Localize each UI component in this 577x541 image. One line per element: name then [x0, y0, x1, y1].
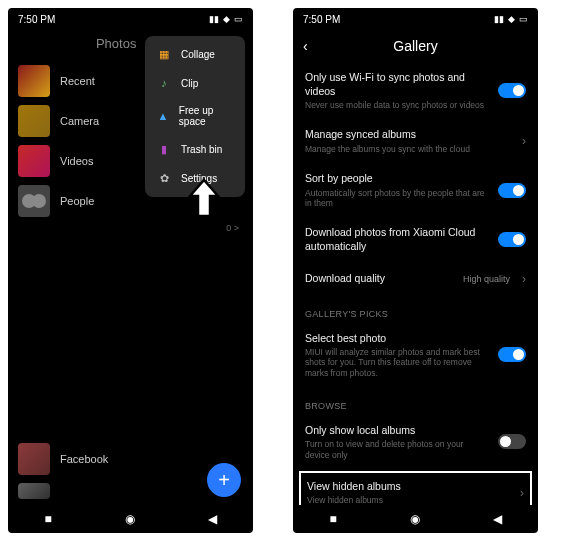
menu-clip[interactable]: ♪ Clip	[145, 69, 245, 97]
phone-gallery-settings: 7:50 PM ▮▮ ◆ ▭ ‹ Gallery Only use Wi-Fi …	[293, 8, 538, 533]
page-title: Gallery	[393, 38, 437, 54]
toggle-on[interactable]	[498, 232, 526, 247]
setting-label: View hidden albums	[307, 480, 512, 494]
battery-icon: ▭	[234, 14, 243, 24]
wifi-icon: ◆	[508, 14, 515, 24]
setting-local-only[interactable]: Only show local albums Turn on to view a…	[293, 415, 538, 469]
toggle-on[interactable]	[498, 183, 526, 198]
status-bar: 7:50 PM ▮▮ ◆ ▭	[293, 8, 538, 30]
thumb-people	[18, 185, 50, 217]
section-header-picks: GALLERY'S PICKS	[293, 295, 538, 323]
nav-recents-icon[interactable]: ■	[329, 512, 336, 526]
menu-collage[interactable]: ▦ Collage	[145, 40, 245, 69]
setting-sub: Never use mobile data to sync photos or …	[305, 100, 490, 110]
tab-photos[interactable]: Photos	[96, 36, 136, 51]
gear-icon: ✿	[157, 172, 171, 185]
status-icons: ▮▮ ◆ ▭	[494, 14, 528, 24]
setting-value: High quality	[463, 274, 510, 284]
status-time: 7:50 PM	[18, 14, 55, 25]
chevron-right-icon: ›	[522, 272, 526, 286]
nav-back-icon[interactable]: ◀	[493, 512, 502, 526]
annotation-arrow-up	[188, 178, 220, 222]
thumb-recent	[18, 65, 50, 97]
fab-add[interactable]: +	[207, 463, 241, 497]
album-label: People	[60, 195, 94, 207]
toggle-on[interactable]	[498, 83, 526, 98]
album-label: Recent	[60, 75, 95, 87]
setting-sub: Turn on to view and delete photos on you…	[305, 439, 490, 459]
thumb-partial	[18, 483, 50, 499]
menu-label: Collage	[181, 49, 215, 60]
menu-label: Trash bin	[181, 144, 222, 155]
system-navbar: ■ ◉ ◀	[293, 505, 538, 533]
setting-label: Only use Wi-Fi to sync photos and videos	[305, 71, 490, 98]
setting-view-hidden-albums[interactable]: View hidden albums View hidden albums ›	[299, 471, 532, 505]
title-bar: ‹ Gallery	[293, 30, 538, 62]
overflow-menu: ▦ Collage ♪ Clip ▲ Free up space ▮ Trash…	[145, 36, 245, 197]
toggle-off[interactable]	[498, 434, 526, 449]
wifi-icon: ◆	[223, 14, 230, 24]
setting-label: Download photos from Xiaomi Cloud automa…	[305, 226, 490, 253]
chevron-right-icon: ›	[520, 486, 524, 500]
setting-sort-people[interactable]: Sort by people Automatically sort photos…	[293, 163, 538, 217]
collage-icon: ▦	[157, 48, 171, 61]
setting-label: Download quality	[305, 272, 455, 286]
trash-icon: ▮	[157, 143, 171, 156]
nav-home-icon[interactable]: ◉	[410, 512, 420, 526]
thumb-facebook	[18, 443, 50, 475]
album-label: Camera	[60, 115, 99, 127]
system-navbar: ■ ◉ ◀	[8, 505, 253, 533]
setting-label: Select best photo	[305, 332, 490, 346]
album-count-row[interactable]: 0 >	[8, 221, 253, 235]
nav-back-icon[interactable]: ◀	[208, 512, 217, 526]
menu-label: Free up space	[179, 105, 233, 127]
phone-photos-screen: 7:50 PM ▮▮ ◆ ▭ Photos A Recent Camera Vi…	[8, 8, 253, 533]
chevron-right-icon: ›	[522, 134, 526, 148]
thumb-videos	[18, 145, 50, 177]
thumb-camera	[18, 105, 50, 137]
section-header-browse: BROWSE	[293, 387, 538, 415]
setting-sub: View hidden albums	[307, 495, 512, 505]
setting-wifi-sync[interactable]: Only use Wi-Fi to sync photos and videos…	[293, 62, 538, 119]
setting-sub: Manage the albums you sync with the clou…	[305, 144, 514, 154]
signal-icon: ▮▮	[209, 14, 219, 24]
nav-recents-icon[interactable]: ■	[44, 512, 51, 526]
toggle-on[interactable]	[498, 347, 526, 362]
setting-sub: Automatically sort photos by the people …	[305, 188, 490, 208]
menu-trash-bin[interactable]: ▮ Trash bin	[145, 135, 245, 164]
setting-label: Sort by people	[305, 172, 490, 186]
album-label: Facebook	[60, 453, 108, 465]
setting-label: Manage synced albums	[305, 128, 514, 142]
battery-icon: ▭	[519, 14, 528, 24]
setting-download-auto[interactable]: Download photos from Xiaomi Cloud automa…	[293, 217, 538, 262]
rocket-icon: ▲	[157, 110, 169, 122]
settings-list[interactable]: Only use Wi-Fi to sync photos and videos…	[293, 62, 538, 505]
count-text: 0 >	[226, 223, 239, 233]
music-note-icon: ♪	[157, 77, 171, 89]
setting-manage-synced[interactable]: Manage synced albums Manage the albums y…	[293, 119, 538, 163]
setting-best-photo[interactable]: Select best photo MIUI will analyze simi…	[293, 323, 538, 387]
setting-download-quality[interactable]: Download quality High quality ›	[293, 263, 538, 295]
signal-icon: ▮▮	[494, 14, 504, 24]
nav-home-icon[interactable]: ◉	[125, 512, 135, 526]
menu-free-up-space[interactable]: ▲ Free up space	[145, 97, 245, 135]
setting-label: Only show local albums	[305, 424, 490, 438]
back-button[interactable]: ‹	[303, 38, 308, 54]
status-time: 7:50 PM	[303, 14, 340, 25]
menu-label: Clip	[181, 78, 198, 89]
album-label: Videos	[60, 155, 93, 167]
setting-sub: MIUI will analyze similar photos and mar…	[305, 347, 490, 378]
status-icons: ▮▮ ◆ ▭	[209, 14, 243, 24]
status-bar: 7:50 PM ▮▮ ◆ ▭	[8, 8, 253, 30]
plus-icon: +	[218, 469, 230, 492]
